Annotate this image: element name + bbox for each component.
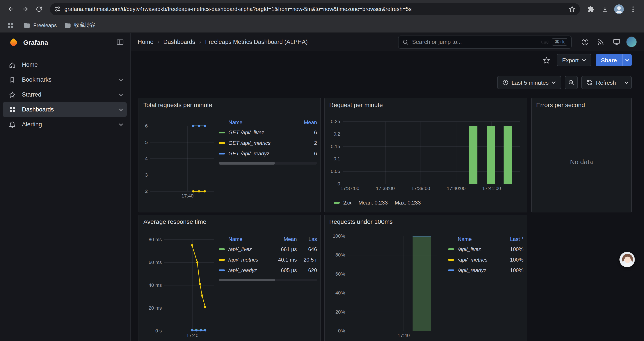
sidebar-item-label: Starred bbox=[22, 91, 42, 98]
chevron-down-icon[interactable] bbox=[119, 78, 123, 81]
sidebar-item-bookmarks[interactable]: Bookmarks bbox=[3, 72, 127, 87]
omnibox[interactable] bbox=[50, 3, 580, 15]
export-label: Export bbox=[562, 57, 579, 63]
share-split-button: Share bbox=[596, 54, 632, 66]
series-label[interactable]: 2xx bbox=[343, 200, 351, 206]
browser-toolbar bbox=[0, 0, 644, 18]
back-button[interactable] bbox=[4, 3, 18, 16]
search-input[interactable] bbox=[412, 39, 538, 45]
refresh-interval-button[interactable] bbox=[621, 76, 631, 89]
share-button[interactable]: Share bbox=[596, 54, 622, 66]
legend-scrollbar-thumb[interactable] bbox=[219, 279, 275, 281]
series-color-swatch bbox=[448, 259, 454, 261]
series-color-swatch bbox=[448, 248, 454, 250]
refresh-button[interactable]: Refresh bbox=[582, 76, 621, 89]
panel-title[interactable]: Total requests per minute bbox=[139, 98, 320, 112]
legend-header-last[interactable]: Last * bbox=[499, 236, 524, 242]
export-button[interactable]: Export bbox=[557, 54, 592, 66]
requests-under-100ms-chart[interactable]: 0%20%40%60%80%100%17:40 bbox=[328, 228, 444, 341]
svg-text:17:40:00: 17:40:00 bbox=[447, 186, 466, 191]
svg-text:100%: 100% bbox=[333, 233, 345, 239]
zoom-out-icon bbox=[568, 80, 574, 86]
search-shortcut-hint: ⌘+k bbox=[552, 38, 567, 46]
svg-text:20%: 20% bbox=[335, 309, 345, 315]
user-avatar[interactable] bbox=[626, 37, 637, 47]
series-label[interactable]: GET /api/_livez bbox=[228, 129, 292, 136]
news-button[interactable] bbox=[594, 36, 607, 48]
sidebar-item-alerting[interactable]: Alerting bbox=[3, 117, 127, 132]
kiosk-mode-button[interactable] bbox=[610, 36, 622, 48]
forward-button[interactable] bbox=[18, 3, 32, 16]
request-per-minute-chart[interactable]: 00.050.10.150.20.2517:37:0017:38:0017:39… bbox=[328, 112, 524, 197]
legend-row: GET /api/_livez 6 bbox=[219, 127, 317, 138]
panel-title[interactable]: Average response time bbox=[139, 215, 320, 228]
panel-title[interactable]: Requests under 100ms bbox=[325, 215, 527, 228]
series-label[interactable]: GET /api/_readyz bbox=[228, 151, 292, 157]
legend-header-mean[interactable]: Mean bbox=[292, 119, 317, 126]
sidebar-item-dashboards[interactable]: Dashboards bbox=[3, 102, 127, 117]
sidebar-toggle-icon[interactable] bbox=[116, 38, 124, 46]
sidebar-item-label: Bookmarks bbox=[22, 76, 52, 83]
series-label[interactable]: /api/_readyz bbox=[458, 267, 499, 273]
series-label[interactable]: /api/_livez bbox=[228, 246, 270, 252]
series-last-value: 100% bbox=[499, 267, 524, 273]
zoom-out-time-button[interactable] bbox=[565, 76, 578, 89]
legend-row: /api/_readyz 100% bbox=[448, 265, 524, 276]
help-button[interactable] bbox=[579, 36, 591, 48]
chevron-down-icon bbox=[582, 59, 586, 62]
bookmark-folder-freeleaps[interactable]: Freeleaps bbox=[24, 22, 57, 28]
legend-header-name[interactable]: Name bbox=[219, 236, 270, 242]
legend-header-name[interactable]: Name bbox=[448, 236, 499, 242]
svg-text:0.1: 0.1 bbox=[334, 156, 340, 162]
panel-title[interactable]: Request per minute bbox=[325, 98, 527, 112]
svg-text:60%: 60% bbox=[335, 271, 345, 277]
sidebar-item-home[interactable]: Home bbox=[3, 58, 127, 72]
series-label[interactable]: GET /api/_metrics bbox=[228, 140, 292, 146]
chevron-down-icon[interactable] bbox=[119, 93, 123, 96]
chevron-down-icon[interactable] bbox=[119, 123, 123, 126]
share-menu-button[interactable] bbox=[622, 54, 632, 66]
average-response-time-chart[interactable]: 0 s20 ms40 ms60 ms80 ms17:40 bbox=[142, 228, 217, 341]
bookmark-folder-blogs[interactable]: 收藏博客 bbox=[65, 22, 95, 29]
app-title: Grafana bbox=[23, 38, 111, 46]
legend-row: GET /api/_metrics 2 bbox=[219, 138, 317, 148]
home-icon bbox=[9, 61, 16, 68]
legend-scrollbar[interactable] bbox=[219, 162, 317, 165]
total-requests-chart[interactable]: 2345617:40 bbox=[142, 112, 217, 208]
panel-title[interactable]: Errors per second bbox=[532, 98, 631, 112]
browser-menu-button[interactable] bbox=[626, 3, 640, 16]
series-label[interactable]: /api/_readyz bbox=[228, 267, 270, 273]
sidebar-item-starred[interactable]: Starred bbox=[3, 87, 127, 102]
time-range-picker[interactable]: Last 5 minutes bbox=[497, 76, 561, 89]
browser-profile-avatar[interactable] bbox=[612, 3, 626, 16]
extensions-button[interactable] bbox=[584, 3, 598, 16]
series-label[interactable]: /api/_livez bbox=[458, 246, 499, 252]
bookmark-star-icon[interactable] bbox=[568, 6, 576, 13]
series-color-swatch bbox=[219, 269, 225, 271]
breadcrumb-home[interactable]: Home bbox=[138, 39, 154, 45]
favorite-dashboard-button[interactable] bbox=[540, 54, 552, 66]
apps-shortcut-button[interactable] bbox=[5, 20, 16, 31]
assistant-avatar[interactable] bbox=[620, 252, 635, 267]
downloads-button[interactable] bbox=[598, 3, 612, 16]
series-label[interactable]: /api/_metrics bbox=[228, 257, 270, 263]
series-mean-value: 2 bbox=[292, 140, 317, 146]
url-input[interactable] bbox=[64, 6, 565, 12]
grafana-logo-icon bbox=[9, 37, 18, 47]
breadcrumb-dashboards[interactable]: Dashboards bbox=[163, 39, 195, 45]
monitor-icon bbox=[613, 38, 620, 46]
legend-header-last[interactable]: Las bbox=[297, 236, 317, 242]
legend-scrollbar-thumb[interactable] bbox=[219, 162, 275, 165]
chevron-down-icon[interactable] bbox=[119, 108, 123, 111]
legend-header-name[interactable]: Name bbox=[219, 119, 292, 126]
legend-header-mean[interactable]: Mean bbox=[270, 236, 297, 242]
site-info-icon[interactable] bbox=[54, 6, 61, 12]
series-max-stat: Max: 0.233 bbox=[395, 200, 421, 206]
series-label[interactable]: /api/_metrics bbox=[458, 257, 499, 263]
star-outline-icon bbox=[543, 56, 550, 64]
keyboard-icon bbox=[542, 40, 548, 44]
folder-icon bbox=[65, 22, 71, 28]
legend-scrollbar[interactable] bbox=[219, 279, 317, 281]
search-box[interactable]: ⌘+k bbox=[398, 35, 572, 49]
reload-button[interactable] bbox=[32, 3, 46, 16]
